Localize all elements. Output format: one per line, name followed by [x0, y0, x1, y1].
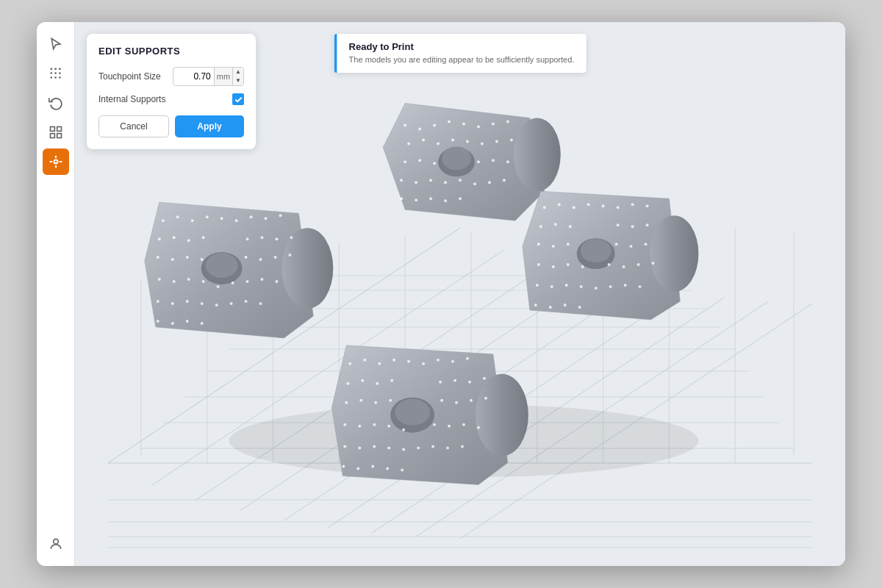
svg-point-194	[437, 359, 440, 362]
svg-point-115	[186, 256, 189, 259]
svg-point-121	[158, 278, 161, 281]
svg-point-108	[202, 236, 205, 239]
svg-point-235	[401, 469, 404, 472]
svg-point-113	[157, 256, 159, 259]
part-bottom	[331, 345, 528, 485]
svg-point-166	[552, 265, 555, 268]
svg-point-116	[201, 258, 204, 261]
svg-point-202	[453, 379, 456, 382]
grid-dots-icon[interactable]	[43, 60, 69, 87]
svg-point-145	[543, 206, 546, 209]
svg-point-117	[245, 256, 248, 259]
svg-point-61	[448, 120, 451, 123]
svg-point-109	[246, 237, 249, 240]
svg-point-75	[418, 159, 421, 162]
spinner-up-button[interactable]: ▲	[233, 68, 243, 76]
svg-rect-1	[54, 68, 57, 71]
svg-point-172	[652, 262, 655, 265]
rotate-icon[interactable]	[43, 90, 69, 116]
svg-point-13	[54, 160, 57, 164]
svg-point-170	[623, 265, 625, 268]
part-left	[145, 202, 334, 338]
svg-point-122	[173, 280, 176, 283]
internal-supports-label: Internal Supports	[98, 94, 165, 104]
svg-point-87	[503, 179, 506, 182]
svg-point-192	[407, 360, 410, 363]
svg-point-177	[595, 287, 598, 290]
svg-point-86	[488, 181, 491, 184]
svg-point-176	[580, 285, 583, 288]
svg-point-228	[431, 445, 434, 448]
svg-point-217	[402, 429, 405, 431]
svg-point-92	[459, 197, 462, 200]
svg-point-178	[609, 285, 612, 288]
svg-point-219	[448, 425, 451, 428]
apply-button[interactable]: Apply	[175, 115, 244, 137]
svg-point-69	[451, 138, 454, 141]
svg-point-157	[631, 225, 634, 228]
cancel-button[interactable]: Cancel	[98, 115, 169, 137]
touchpoint-input-group: mm ▲ ▼	[173, 67, 244, 86]
banner-description: The models you are editing appear to be …	[349, 54, 575, 65]
svg-point-227	[417, 447, 420, 450]
svg-point-185	[476, 374, 528, 456]
svg-point-232	[356, 467, 359, 470]
svg-rect-12	[57, 134, 61, 138]
svg-point-127	[246, 280, 249, 283]
svg-point-223	[358, 447, 361, 450]
panel-title: EDIT SUPPORTS	[98, 46, 244, 57]
svg-point-70	[466, 140, 469, 143]
svg-point-77	[477, 160, 480, 163]
internal-supports-checkbox[interactable]	[232, 93, 244, 105]
svg-point-133	[201, 302, 204, 305]
svg-point-229	[446, 447, 449, 450]
svg-point-138	[157, 320, 159, 323]
svg-point-161	[567, 243, 570, 245]
svg-point-135	[230, 302, 233, 305]
svg-point-59	[418, 127, 421, 130]
svg-point-213	[343, 423, 346, 426]
svg-point-188	[348, 362, 351, 365]
svg-point-231	[342, 465, 345, 468]
touchpoint-row: Touchpoint Size mm ▲ ▼	[98, 67, 244, 86]
svg-point-129	[275, 280, 278, 283]
sidebar	[37, 22, 75, 566]
svg-point-136	[245, 300, 248, 303]
touchpoint-value-input[interactable]	[173, 71, 214, 82]
svg-point-224	[373, 445, 376, 448]
svg-point-220	[462, 423, 465, 426]
svg-point-167	[567, 263, 570, 266]
svg-point-57	[442, 146, 471, 170]
svg-point-91	[444, 199, 447, 202]
svg-rect-2	[59, 68, 61, 71]
svg-point-110	[261, 236, 264, 239]
edit-supports-panel: EDIT SUPPORTS Touchpoint Size mm ▲ ▼ Int…	[87, 34, 256, 149]
svg-point-106	[173, 236, 176, 239]
svg-point-150	[617, 206, 620, 209]
svg-point-155	[569, 225, 572, 228]
svg-point-174	[551, 285, 553, 288]
cursor-icon[interactable]	[43, 31, 69, 57]
svg-point-111	[275, 237, 278, 240]
svg-point-114	[171, 258, 174, 261]
svg-rect-4	[54, 72, 57, 74]
svg-point-171	[637, 263, 640, 266]
svg-point-137	[259, 302, 262, 305]
support-icon[interactable]	[43, 148, 69, 175]
spinner-down-button[interactable]: ▼	[233, 76, 243, 85]
svg-point-182	[549, 306, 552, 309]
banner-title: Ready to Print	[349, 41, 575, 52]
svg-point-134	[215, 304, 218, 306]
panel-buttons: Cancel Apply	[98, 115, 244, 137]
svg-point-200	[390, 379, 393, 382]
svg-point-66	[407, 142, 410, 145]
user-icon[interactable]	[43, 531, 69, 557]
svg-point-190	[378, 362, 381, 365]
svg-point-62	[462, 122, 465, 125]
svg-point-218	[433, 423, 436, 426]
svg-point-204	[483, 377, 486, 380]
main-content: EDIT SUPPORTS Touchpoint Size mm ▲ ▼ Int…	[75, 22, 845, 566]
svg-point-208	[389, 399, 392, 402]
layout-icon[interactable]	[43, 119, 69, 146]
svg-rect-7	[54, 76, 57, 79]
